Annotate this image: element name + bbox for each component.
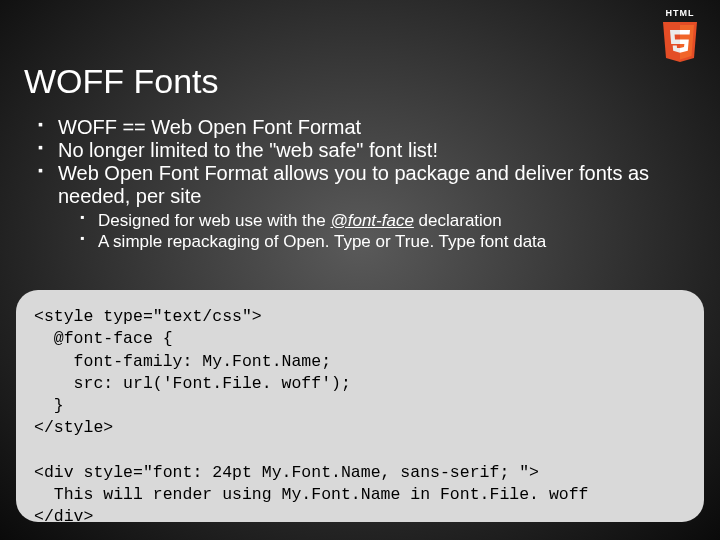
sub-text: declaration <box>414 211 502 230</box>
slide-title: WOFF Fonts <box>24 62 219 101</box>
bullet-list: WOFF == Web Open Font Format No longer l… <box>38 116 700 253</box>
fontface-term: @font-face <box>330 211 413 230</box>
html5-logo: HTML <box>660 8 700 64</box>
sub-bullet-item: A simple repackaging of Open. Type or Tr… <box>80 231 700 252</box>
bullet-item: Web Open Font Format allows you to packa… <box>38 162 700 208</box>
code-example: <style type="text/css"> @font-face { fon… <box>16 290 704 522</box>
bullet-item: No longer limited to the "web safe" font… <box>38 139 700 162</box>
sub-bullet-item: Designed for web use with the @font-face… <box>80 210 700 231</box>
html5-shield-icon <box>660 20 700 64</box>
html5-logo-text: HTML <box>660 8 700 18</box>
bullet-item: WOFF == Web Open Font Format <box>38 116 700 139</box>
sub-text: Designed for web use with the <box>98 211 330 230</box>
